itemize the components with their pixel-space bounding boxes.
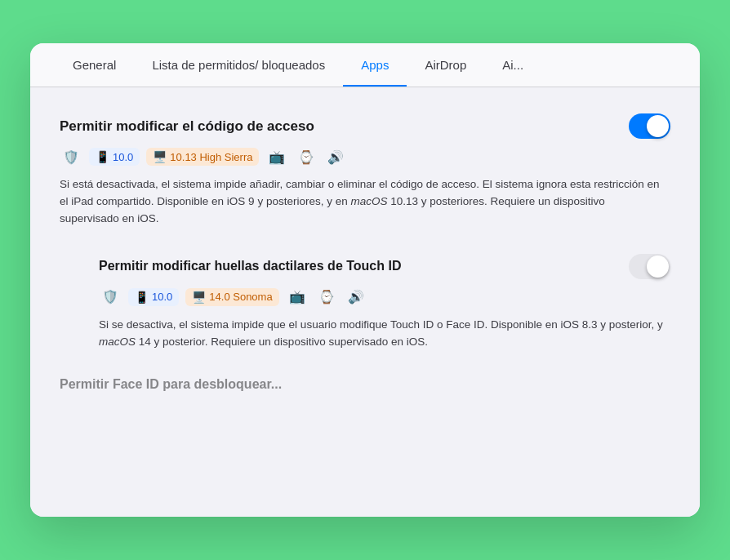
setting-touchid-badges: 🛡️ 📱 10.0 🖥️ 14.0 Sonoma 📺 ⌚ 🔊 [99, 286, 670, 309]
iphone-icon: 📱 [96, 150, 109, 163]
setting-partial: Permitir Face ID para desbloquear... [60, 377, 670, 392]
ios-version-badge: 📱 10.0 [89, 148, 140, 166]
iphone-icon-2: 📱 [135, 291, 149, 304]
main-window: General Lista de permitidos/ bloqueados … [30, 43, 700, 517]
setting-passcode: Permitir modificar el código de acceso 🛡… [60, 113, 670, 228]
setting-partial-title: Permitir Face ID para desbloquear... [60, 377, 282, 392]
tv-icon-2: 📺 [286, 286, 309, 309]
setting-passcode-badges: 🛡️ 📱 10.0 🖥️ 10.13 High Sierra 📺 ⌚ 🔊 [60, 145, 670, 168]
setting-passcode-toggle[interactable] [629, 113, 670, 139]
setting-passcode-header: Permitir modificar el código de acceso [60, 113, 670, 139]
macos-version-badge: 🖥️ 10.13 High Sierra [146, 148, 259, 166]
mac-icon-2: 🖥️ [192, 291, 206, 304]
macos-version-label: 10.13 High Sierra [170, 151, 252, 163]
watch-icon-2: ⌚ [315, 286, 338, 309]
touchid-macos-version: 14.0 Sonoma [209, 291, 272, 303]
tab-more[interactable]: Ai... [484, 43, 541, 87]
tab-lista[interactable]: Lista de permitidos/ bloqueados [134, 43, 343, 87]
content-area: Permitir modificar el código de acceso 🛡… [30, 87, 700, 517]
supervised-icon-2: 🛡️ [99, 286, 122, 309]
setting-touchid-toggle[interactable]: .toggle-off::after { right: auto; left: … [629, 254, 670, 279]
setting-passcode-desc: Si está desactivada, el sistema impide a… [60, 176, 664, 228]
tab-bar: General Lista de permitidos/ bloqueados … [30, 43, 700, 87]
homepod-icon-2: 🔊 [345, 286, 367, 309]
setting-touchid-header: Permitir modificar huellas dactilares de… [99, 254, 670, 279]
watch-icon: ⌚ [295, 145, 318, 168]
supervised-icon: 🛡️ [60, 145, 82, 168]
tab-apps[interactable]: Apps [343, 43, 407, 87]
homepod-icon: 🔊 [324, 145, 347, 168]
tab-airdrop[interactable]: AirDrop [407, 43, 484, 87]
tab-general[interactable]: General [55, 43, 134, 87]
tv-icon: 📺 [265, 145, 288, 168]
setting-touchid-title: Permitir modificar huellas dactilares de… [99, 259, 401, 273]
setting-passcode-title: Permitir modificar el código de acceso [60, 118, 314, 135]
touchid-ios-version: 10.0 [152, 291, 172, 303]
touchid-macos-badge: 🖥️ 14.0 Sonoma [185, 288, 278, 306]
setting-touchid-desc: Si se desactiva, el sistema impide que e… [99, 317, 670, 351]
touchid-ios-badge: 📱 10.0 [128, 288, 179, 306]
setting-partial-header: Permitir Face ID para desbloquear... [60, 377, 670, 392]
setting-touchid: Permitir modificar huellas dactilares de… [99, 254, 670, 351]
mac-icon: 🖥️ [153, 150, 167, 163]
ios-version-label: 10.0 [113, 151, 133, 163]
